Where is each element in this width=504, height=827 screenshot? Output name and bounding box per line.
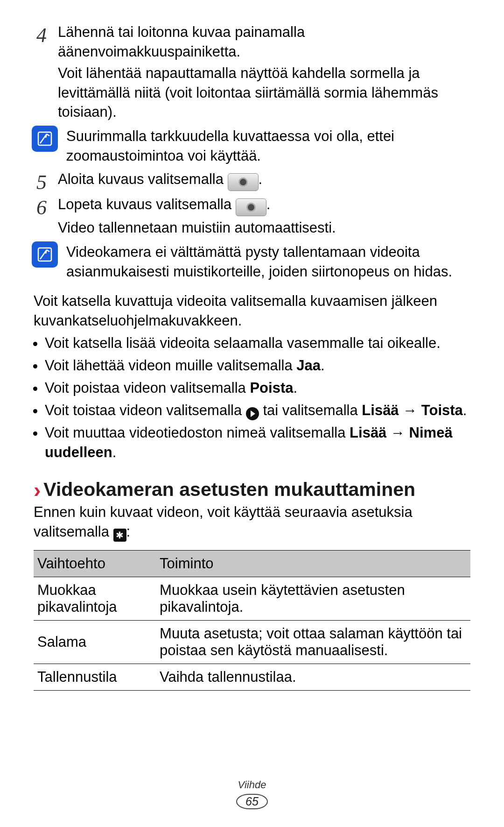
text: Voit toistaa videon valitsemalla bbox=[45, 402, 246, 418]
note-icon bbox=[32, 126, 58, 152]
bold-text: Lisää bbox=[362, 402, 399, 418]
text: tai valitsemalla bbox=[263, 402, 362, 418]
step-number: 6 bbox=[34, 195, 49, 238]
bold-text: Lisää bbox=[350, 424, 386, 441]
table-row: Tallennustila Vaihda tallennustilaa. bbox=[34, 664, 470, 691]
play-icon bbox=[246, 407, 259, 420]
record-icon bbox=[236, 198, 266, 216]
list-item: Voit muuttaa videotiedoston nimeä valits… bbox=[45, 423, 470, 462]
footer-section-label: Viihde bbox=[0, 779, 504, 791]
step-5: 5 Aloita kuvaus valitsemalla . bbox=[34, 170, 470, 193]
note-icon bbox=[32, 241, 58, 268]
step-5-pre: Aloita kuvaus valitsemalla bbox=[58, 171, 228, 187]
list-item: Voit katsella lisää videoita selaamalla … bbox=[45, 333, 470, 353]
heading-text: Videokameran asetusten mukauttaminen bbox=[43, 479, 415, 501]
step-5-post: . bbox=[259, 171, 263, 187]
step-6-post: . bbox=[266, 196, 271, 212]
text: Voit lähettää videon muille valitsemalla bbox=[45, 357, 296, 374]
page-footer: Viihde 65 bbox=[0, 779, 504, 809]
section-heading: › Videokameran asetusten mukauttaminen bbox=[34, 479, 470, 501]
record-icon bbox=[228, 173, 259, 191]
step-number: 5 bbox=[34, 170, 49, 193]
manual-page: 4 Lähennä tai loitonna kuvaa painamalla … bbox=[0, 0, 504, 827]
note-box: Suurimmalla tarkkuudella kuvattaessa voi… bbox=[34, 126, 470, 166]
paragraph: Voit katsella kuvattuja videoita valitse… bbox=[34, 291, 470, 331]
step-6-pre: Lopeta kuvaus valitsemalla bbox=[58, 196, 236, 212]
intro-text: Ennen kuin kuvaat videon, voit käyttää s… bbox=[34, 502, 470, 542]
text: Voit muuttaa videotiedoston nimeä valits… bbox=[45, 424, 350, 441]
step-4: 4 Lähennä tai loitonna kuvaa painamalla … bbox=[34, 22, 470, 122]
text: : bbox=[126, 523, 131, 540]
arrow: → bbox=[386, 424, 409, 441]
settings-icon: ✱ bbox=[113, 529, 126, 542]
table-cell: Vaihda tallennustilaa. bbox=[156, 664, 470, 691]
step-6: 6 Lopeta kuvaus valitsemalla . Video tal… bbox=[34, 195, 470, 238]
list-item: Voit lähettää videon muille valitsemalla… bbox=[45, 356, 470, 375]
bold-text: Toista bbox=[421, 402, 463, 418]
text: Ennen kuin kuvaat videon, voit käyttää s… bbox=[34, 504, 413, 540]
chevron-icon: › bbox=[34, 479, 41, 501]
table-row: Muokkaa pikavalintoja Muokkaa usein käyt… bbox=[34, 577, 470, 621]
table-header-row: Vaihtoehto Toiminto bbox=[34, 551, 470, 577]
step-number: 4 bbox=[34, 22, 49, 122]
table-cell: Salama bbox=[34, 621, 156, 664]
text: . bbox=[321, 357, 325, 374]
note-text: Suurimmalla tarkkuudella kuvattaessa voi… bbox=[66, 126, 470, 166]
page-number: 65 bbox=[236, 794, 268, 809]
bold-text: Poista bbox=[250, 380, 293, 396]
note-text: Videokamera ei välttämättä pysty tallent… bbox=[66, 241, 470, 282]
table-cell: Muokkaa pikavalintoja bbox=[34, 577, 156, 621]
arrow: → bbox=[399, 402, 421, 418]
step-text: Aloita kuvaus valitsemalla . bbox=[58, 170, 470, 193]
settings-table: Vaihtoehto Toiminto Muokkaa pikavalintoj… bbox=[34, 550, 470, 691]
text: . bbox=[293, 380, 297, 396]
list-item: Voit toistaa videon valitsemalla tai val… bbox=[45, 401, 470, 420]
table-cell: Muokkaa usein käytettävien asetusten pik… bbox=[156, 577, 470, 621]
table-cell: Tallennustila bbox=[34, 664, 156, 691]
text: Voit poistaa videon valitsemalla bbox=[45, 380, 250, 396]
step-text: Lähennä tai loitonna kuvaa painamalla ää… bbox=[58, 22, 470, 122]
list-item: Voit poistaa videon valitsemalla Poista. bbox=[45, 378, 470, 398]
step-4-line-2: Voit lähentää napauttamalla näyttöä kahd… bbox=[58, 64, 470, 122]
table-cell: Muuta asetusta; voit ottaa salaman käytt… bbox=[156, 621, 470, 664]
bullet-list: Voit katsella lisää videoita selaamalla … bbox=[34, 333, 470, 462]
text: . bbox=[112, 444, 117, 460]
table-header: Toiminto bbox=[156, 551, 470, 577]
text: . bbox=[463, 402, 467, 418]
bold-text: Jaa bbox=[296, 357, 321, 374]
table-header: Vaihtoehto bbox=[34, 551, 156, 577]
note-box: Videokamera ei välttämättä pysty tallent… bbox=[34, 241, 470, 282]
step-6-line-2: Video tallennetaan muistiin automaattise… bbox=[58, 218, 470, 238]
table-row: Salama Muuta asetusta; voit ottaa salama… bbox=[34, 621, 470, 664]
step-text: Lopeta kuvaus valitsemalla . Video talle… bbox=[58, 195, 470, 238]
step-4-line-1: Lähennä tai loitonna kuvaa painamalla ää… bbox=[58, 22, 470, 62]
